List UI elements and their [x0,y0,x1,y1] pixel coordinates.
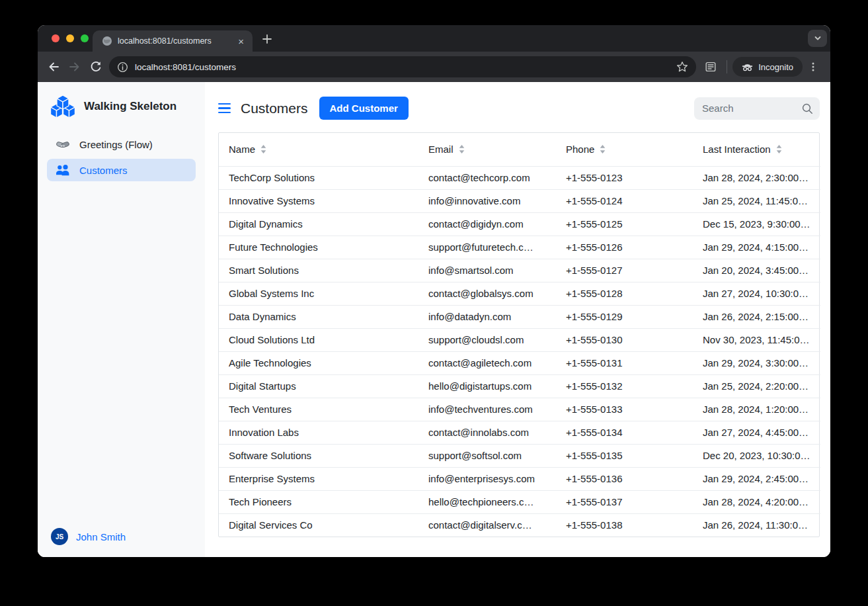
cell-phone: +1-555-0135 [556,444,693,467]
cell-name: Digital Dynamics [219,212,418,236]
sort-arrows-icon [260,145,266,153]
table-row[interactable]: Cloud Solutions Ltdsupport@cloudsl.com+1… [219,328,820,351]
add-customer-button[interactable]: Add Customer [319,97,409,120]
avatar: JS [51,528,68,545]
sort-arrows-icon [600,145,606,153]
table-row[interactable]: Innovation Labscontact@innolabs.com+1-55… [219,421,820,444]
star-icon[interactable] [676,61,688,73]
table-row[interactable]: Innovative Systemsinfo@innovative.com+1-… [219,189,820,212]
toolbar-divider [727,60,727,73]
cell-email: support@cloudsl.com [418,328,556,351]
fullscreen-window-button[interactable] [81,34,89,42]
cell-name: Tech Pioneers [219,490,418,513]
info-icon[interactable] [117,62,128,73]
cell-email: support@softsol.com [418,444,556,467]
cell-phone: +1-555-0125 [556,212,693,236]
reload-button[interactable] [85,56,106,77]
table-row[interactable]: Data Dynamicsinfo@datadyn.com+1-555-0129… [219,305,820,328]
table-row[interactable]: Digital Dynamicscontact@digidyn.com+1-55… [219,212,820,236]
table-row[interactable]: Future Technologiessupport@futuretech.c…… [219,236,820,259]
cell-name: Digital Startups [219,374,418,398]
cell-email: info@enterprisesys.com [418,467,556,490]
table-row[interactable]: Digital Startupshello@digistartups.com+1… [219,374,820,398]
cell-email: info@innovative.com [418,189,556,212]
cell-phone: +1-555-0138 [556,513,693,537]
tab-title: localhost:8081/customers [118,36,231,46]
address-bar[interactable]: localhost:8081/customers [109,56,696,77]
sidebar-item-label: Customers [79,165,128,176]
app-brand: Walking Skeleton [47,94,196,134]
cell-email: support@futuretech.c… [418,236,556,259]
incognito-label: Incognito [758,62,793,72]
magnifier-icon[interactable] [801,103,813,114]
cell-name: Data Dynamics [219,305,418,328]
cell-email: contact@digidyn.com [418,212,556,236]
table-row[interactable]: Enterprise Systemsinfo@enterprisesys.com… [219,467,820,490]
user-name: John Smith [76,531,126,542]
table-row[interactable]: Tech Venturesinfo@techventures.com+1-555… [219,398,820,421]
cell-name: Innovation Labs [219,421,418,444]
url-text: localhost:8081/customers [135,62,670,72]
cell-last-interaction: Dec 15, 2023, 9:30:00… [693,212,820,236]
table-row[interactable]: Global Systems Inccontact@globalsys.com+… [219,282,820,305]
cell-email: contact@globalsys.com [418,282,556,305]
forward-icon [68,60,81,73]
close-tab-icon[interactable]: × [236,36,246,47]
cell-name: Future Technologies [219,236,418,259]
cell-last-interaction: Jan 29, 2024, 2:45:00… [693,467,820,490]
user-menu[interactable]: JS John Smith [47,527,196,546]
cell-email: info@datadyn.com [418,305,556,328]
cell-last-interaction: Jan 20, 2024, 3:45:00… [693,259,820,282]
cell-phone: +1-555-0136 [556,467,693,490]
sidebar-item-greetings[interactable]: Greetings (Flow) [47,134,196,155]
close-window-button[interactable] [52,34,59,42]
cell-email: hello@techpioneers.c… [418,490,556,513]
reading-list-button[interactable] [700,56,721,77]
column-label: Name [229,144,255,155]
table-row[interactable]: Software Solutionssupport@softsol.com+1-… [219,444,820,467]
new-tab-button[interactable] [260,32,274,46]
cell-name: Digital Services Co [219,513,418,537]
cell-phone: +1-555-0124 [556,189,693,212]
forward-button[interactable] [64,56,85,77]
browser-menu-button[interactable] [803,56,824,77]
main-panel: Customers Add Customer NameEmailPhoneLas… [205,82,830,557]
cell-name: Innovative Systems [219,189,418,212]
page-content: Walking Skeleton Greetings (Flow) [38,82,830,557]
table-row[interactable]: Digital Services Cocontact@digitalserv.c… [219,513,820,537]
handshake-icon [55,139,71,150]
column-header-name[interactable]: Name [219,133,418,166]
cell-last-interaction: Jan 28, 2024, 4:20:00… [693,490,820,513]
column-label: Last Interaction [703,144,771,155]
cell-email: contact@agiletech.com [418,351,556,374]
cell-last-interaction: Jan 25, 2024, 11:45:0… [693,189,820,212]
cell-name: Global Systems Inc [219,282,418,305]
table-row[interactable]: Agile Technologiescontact@agiletech.com+… [219,351,820,374]
page-title: Customers [241,101,308,116]
sidebar-item-customers[interactable]: Customers [47,159,196,181]
cell-phone: +1-555-0132 [556,374,693,398]
globe-favicon [102,36,112,46]
table-row[interactable]: Smart Solutionsinfo@smartsol.com+1-555-0… [219,259,820,282]
cell-phone: +1-555-0137 [556,490,693,513]
browser-toolbar: localhost:8081/customers Incognito [38,52,830,82]
tab-search-button[interactable] [808,30,827,47]
minimize-window-button[interactable] [66,34,74,42]
cell-name: Cloud Solutions Ltd [219,328,418,351]
browser-tab[interactable]: localhost:8081/customers × [93,30,253,52]
column-header-email[interactable]: Email [418,133,556,166]
column-header-last-interaction[interactable]: Last Interaction [693,133,820,166]
hamburger-icon[interactable] [218,102,231,115]
cell-phone: +1-555-0133 [556,398,693,421]
table-row[interactable]: TechCorp Solutionscontact@techcorp.com+1… [219,166,820,189]
search-input[interactable] [702,103,801,114]
column-header-phone[interactable]: Phone [556,133,693,166]
table-row[interactable]: Tech Pioneershello@techpioneers.c…+1-555… [219,490,820,513]
browser-window: localhost:8081/customers × [38,25,830,557]
back-button[interactable] [43,56,64,77]
reading-list-icon [705,61,717,73]
cell-phone: +1-555-0130 [556,328,693,351]
cell-phone: +1-555-0129 [556,305,693,328]
traffic-lights [52,34,89,42]
cell-name: TechCorp Solutions [219,166,418,189]
